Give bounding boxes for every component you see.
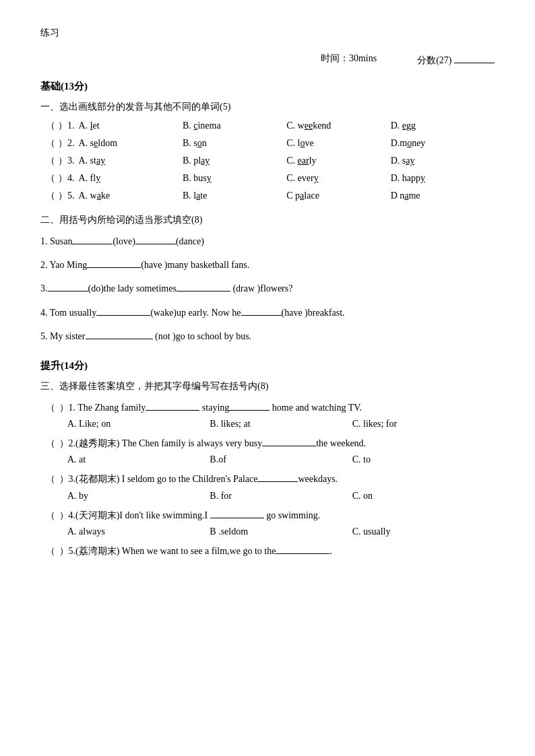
table-row: （ ）4. A. fly B. busy C. every D. happy xyxy=(40,172,495,184)
time-label: 时间：30mins xyxy=(321,53,377,67)
part2-title: 二、用括号内所给词的适当形式填空(8) xyxy=(40,214,495,226)
mc-q3: （ ）3.(花都期末) I seldom go to the Children'… xyxy=(40,471,495,487)
mc-q5: （ ）5.(荔湾期末) When we want to see a film,w… xyxy=(40,543,495,559)
mc-q2: （ ）2.(越秀期末) The Chen family is always ve… xyxy=(40,435,495,452)
part3-title: 三、选择最佳答案填空，并把其字母编号写在括号内(8) xyxy=(40,380,495,392)
part1-questions: （ ）1. A. let B. cinema C. weekend D. egg… xyxy=(40,120,495,202)
section1-title: 基础(13分) xyxy=(40,80,495,93)
table-row: （ ）3. A. stay B. play C. early D. say xyxy=(40,155,495,167)
mc-q3-options: A. by B. for C. on xyxy=(40,491,495,502)
part1-title: 一、选出画线部分的发音与其他不同的单词(5) xyxy=(40,101,495,113)
section2: 提升(14分) 三、选择最佳答案填空，并把其字母编号写在括号内(8) （ ）1.… xyxy=(40,359,495,559)
mc-q4: （ ）4.(天河期末)I don't like swimming.I go sw… xyxy=(40,507,495,524)
page-title: 练习 xyxy=(40,27,495,39)
table-row: （ ）1. A. let B. cinema C. weekend D. egg xyxy=(40,120,495,132)
mc-q4-options: A. always B .seldom C. usually xyxy=(40,526,495,537)
table-row: （ ）5. A. wake B. late C palace D name xyxy=(40,190,495,202)
mc-q2-options: A. at B.of C. to xyxy=(40,454,495,465)
sentence-row: 3.(do)the lady sometimes (draw )flowers? xyxy=(40,280,495,297)
sentence-row: 1. Susan(love)(dance) xyxy=(40,233,495,250)
sentence-row: 4. Tom usually(wake)up early. Now he(hav… xyxy=(40,304,495,321)
header-row: 时间：30mins 分数(27) xyxy=(40,53,495,67)
score-label: 分数(27) xyxy=(417,53,495,67)
sentence-row: 2. Yao Ming(have )many basketball fans. xyxy=(40,256,495,273)
part2-section: 二、用括号内所给词的适当形式填空(8) 1. Susan(love)(dance… xyxy=(40,214,495,345)
score-blank xyxy=(454,53,495,63)
mc-q1-options: A. Like; on B. likes; at C. likes; for xyxy=(40,419,495,429)
sentence-row: 5. My sister (not )go to school by bus. xyxy=(40,328,495,345)
section2-title: 提升(14分) xyxy=(40,359,495,372)
mc-q1: （ ）1. The Zhang family staying home and … xyxy=(40,399,495,416)
table-row: （ ）2. A. seldom B. son C. love D.money xyxy=(40,137,495,149)
